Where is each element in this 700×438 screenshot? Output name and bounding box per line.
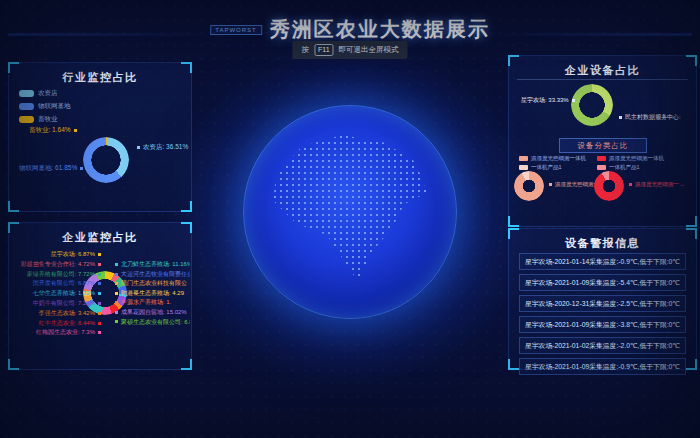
- chart-label: 国开发有限公司: 6.87%: [9, 279, 101, 289]
- corner-bracket: [508, 55, 519, 66]
- legend-item: 农资店: [19, 89, 71, 98]
- hint-suffix: 即可退出全屏模式: [339, 45, 399, 55]
- corner-bracket: [181, 359, 192, 370]
- legend-label: 农资店: [38, 89, 58, 98]
- dashboard: TAPWORST 秀洲区农业大数据展示 按 F11 即可退出全屏模式 行业监控占…: [0, 0, 700, 438]
- corner-bracket: [686, 216, 697, 227]
- alarm-row: 星宇农场-2021-01-09采集温度:-3.8℃,低于下限:0℃: [519, 316, 686, 333]
- chart-label: 鸭港菜生态养殖场: 4.29: [115, 289, 190, 299]
- legend-label: 一体机产品1: [609, 164, 640, 171]
- legend-label: 物联网基地: [38, 102, 71, 111]
- chart-label: 成果花园自留地: 15.02%: [115, 308, 190, 318]
- alarm-row: 星宇农场-2021-01-09采集温度:-5.4℃,低于下限:0℃: [519, 274, 686, 291]
- chart-label: 七华生态养殖场: 1.72%: [9, 289, 101, 299]
- chart-label: 畜牧业: 1.64%: [29, 126, 77, 135]
- corner-bracket: [508, 359, 519, 370]
- legend-swatch: [19, 116, 34, 123]
- panel-device-alarms: 设备警报信息 星宇农场-2021-01-14采集温度:-0.9℃,低于下限:0℃…: [508, 228, 697, 370]
- legend-swatch: [519, 165, 528, 170]
- enterprise-left-labels: 星宇农场: 6.87% 彩超苗鱼专业合作社: 4.72% 家绿养殖有限公司: 7…: [9, 250, 101, 338]
- panel-industry-monitor: 行业监控占比 农资店 物联网基地 畜牧业 畜牧业: 1.64% 农资店: 36.…: [8, 62, 192, 212]
- legend-label: 畜牧业: [38, 115, 58, 124]
- enterprise-right-labels: 北刀鲜生态养殖场: 11.16% 大运河生态牧业有限责任公 陆门生态农业科技有限…: [115, 260, 190, 327]
- page-title: 秀洲区农业大数据展示: [270, 16, 490, 43]
- panel-enterprise-device: 企业设备占比 星宇农场: 33.33% 民主村数据服务中心: 设备分类占比 温湿…: [508, 55, 697, 227]
- enterprise-device-donut-chart: [571, 84, 613, 126]
- chart-label: 聚硕生态农业有限公司: 6.87%: [115, 318, 190, 328]
- alarm-row: 星宇农场-2021-01-09采集温度:-0.9℃,低于下限:0℃: [519, 358, 686, 375]
- chart-label: 彩超苗鱼专业合作社: 4.72%: [9, 260, 101, 270]
- legend-swatch: [597, 156, 606, 161]
- industry-donut-chart: [83, 137, 129, 183]
- chart-label: 家绿养殖有限公司: 7.72%: [9, 270, 101, 280]
- alarm-row: 星宇农场-2021-01-02采集温度:-2.0℃,低于下限:0℃: [519, 337, 686, 354]
- chart-label: 丰源水产养殖场: 1.: [115, 298, 190, 308]
- legend-label: 温湿度光照细测一体机: [531, 155, 586, 162]
- corner-bracket: [8, 359, 19, 370]
- panel-enterprise-monitor: 企业监控占比 星宇农场: 6.87% 彩超苗鱼专业合作社: 4.72% 家绿养殖…: [8, 222, 192, 370]
- chart-label: 中奶牛有限公司: 7.29%: [9, 299, 101, 309]
- device-class-donut-left: [514, 171, 544, 201]
- device-class-donut-right: [594, 171, 624, 201]
- alarm-row: 星宇农场-2020-12-31采集温度:-2.5℃,低于下限:0℃: [519, 295, 686, 312]
- chart-label: 北刀鲜生态养殖场: 11.16%: [115, 260, 190, 270]
- legend-item: 一体机产品1: [519, 164, 603, 171]
- chart-label: 星宇农场: 6.87%: [9, 250, 101, 260]
- alarm-row: 星宇农场-2021-01-14采集温度:-0.9℃,低于下限:0℃: [519, 253, 686, 270]
- legend-label: 一体机产品1: [531, 164, 562, 171]
- chart-label: 民主村数据服务中心:: [619, 113, 681, 122]
- legend-label: 温湿度光照细测一体机: [609, 155, 664, 162]
- chart-label: 大运河生态牧业有限责任公: [115, 270, 190, 280]
- corner-bracket: [686, 55, 697, 66]
- header: TAPWORST 秀洲区农业大数据展示: [210, 16, 490, 43]
- legend-item: 温湿度光照细测一体机: [519, 155, 603, 162]
- corner-bracket: [8, 62, 19, 73]
- divider: [517, 79, 688, 80]
- corner-bracket: [8, 222, 19, 233]
- corner-bracket: [508, 216, 519, 227]
- logo-badge: TAPWORST: [210, 25, 262, 35]
- panel-title-enterprise-device: 企业设备占比: [509, 56, 696, 78]
- f11-keycap: F11: [314, 44, 334, 56]
- corner-bracket: [686, 359, 697, 370]
- globe-visualization: [243, 105, 457, 319]
- chart-label: 物联网基地: 61.85%: [19, 164, 83, 173]
- corner-bracket: [181, 62, 192, 73]
- legend-swatch: [519, 156, 528, 161]
- legend-item: 畜牧业: [19, 115, 71, 124]
- legend-item: 温湿度光照细测一体机: [597, 155, 681, 162]
- industry-legend: 农资店 物联网基地 畜牧业: [19, 89, 71, 128]
- chart-callout: 温湿度光照细测一→: [629, 181, 685, 188]
- legend-swatch: [19, 90, 34, 97]
- legend-item: 物联网基地: [19, 102, 71, 111]
- alarm-list: 星宇农场-2021-01-14采集温度:-0.9℃,低于下限:0℃ 星宇农场-2…: [519, 253, 686, 379]
- chart-label: 红梅园生态农业: 7.3%: [9, 328, 101, 338]
- hint-prefix: 按: [301, 45, 309, 55]
- legend-swatch: [19, 103, 34, 110]
- header-decor-line-right: [477, 33, 692, 36]
- legend-swatch: [597, 165, 606, 170]
- chart-label: 李强生态农场: 3.42%: [9, 309, 101, 319]
- device-class-title: 设备分类占比: [559, 138, 647, 153]
- panel-title-enterprise-monitor: 企业监控占比: [9, 223, 191, 245]
- corner-bracket: [686, 228, 697, 239]
- panel-title-industry: 行业监控占比: [9, 63, 191, 85]
- header-decor-line-left: [8, 33, 223, 36]
- corner-bracket: [8, 201, 19, 212]
- corner-bracket: [181, 222, 192, 233]
- fullscreen-hint-bar: 按 F11 即可退出全屏模式: [292, 41, 407, 59]
- chart-label: 红丰生态农业: 6.44%: [9, 319, 101, 329]
- panel-title-alarms: 设备警报信息: [509, 229, 696, 251]
- chart-label: 星宇农场: 33.33%: [521, 96, 575, 105]
- legend-item: 一体机产品1: [597, 164, 681, 171]
- corner-bracket: [508, 228, 519, 239]
- chart-label: 农资店: 36.51%: [137, 143, 188, 152]
- chart-label: 陆门生态农业科技有限公: [115, 279, 190, 289]
- corner-bracket: [181, 201, 192, 212]
